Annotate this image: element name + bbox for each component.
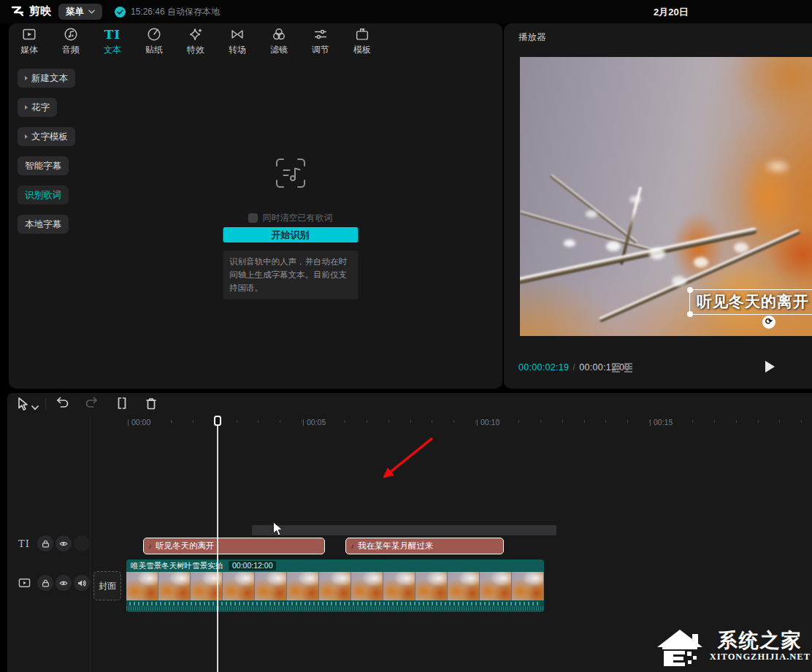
film-thumbnail <box>383 572 415 600</box>
video-clip-duration: 00:00:12:00 <box>229 561 276 570</box>
expand-arrow-icon <box>25 76 28 80</box>
video-preview[interactable]: 听见冬天的离开 ⟳ <box>520 57 812 336</box>
timeline-ruler[interactable]: 00:00 00:05 00:10 00:15 <box>7 415 812 431</box>
date-label: 2月20日 <box>654 6 689 19</box>
menu-label: 菜单 <box>66 6 84 18</box>
playhead-line <box>217 425 218 672</box>
select-tool-button[interactable] <box>16 397 31 411</box>
recognize-lyrics-panel: 同时清空已有歌词 开始识别 识别音轨中的人声，并自动在时间轴上生成字幕文本。目前… <box>78 58 502 389</box>
lock-track-icon[interactable] <box>37 575 53 591</box>
tab-audio[interactable]: 音频 <box>55 23 87 58</box>
tab-adjust[interactable]: 调节 <box>304 23 337 58</box>
tab-template[interactable]: 模板 <box>346 23 378 58</box>
app-window: 剪映 菜单 15:26:46 自动保存本地 2月20日 媒体 音频 TI <box>0 0 812 672</box>
app-name: 剪映 <box>29 4 51 18</box>
playhead-handle[interactable] <box>214 416 221 426</box>
tab-filter[interactable]: 滤镜 <box>263 23 295 58</box>
rotate-handle-icon[interactable]: ⟳ <box>762 316 775 329</box>
checkbox-icon[interactable] <box>248 213 258 223</box>
lock-track-icon[interactable] <box>37 535 53 551</box>
film-thumbnail <box>255 572 287 600</box>
sidebar-item-label: 本地字幕 <box>25 218 61 231</box>
tab-sticker[interactable]: 贴纸 <box>138 23 170 58</box>
lyric-clip-1[interactable]: ♪ 听见冬天的离开 <box>143 538 325 554</box>
video-track-header <box>7 573 90 592</box>
track-option-placeholder <box>74 535 90 551</box>
app-logo: 剪映 <box>10 4 51 18</box>
start-recognition-button[interactable]: 开始识别 <box>223 227 358 243</box>
cover-button[interactable]: 封面 <box>93 571 121 600</box>
film-thumbnail <box>223 572 255 600</box>
sidebar-item-new-text[interactable]: 新建文本 <box>18 69 75 88</box>
play-button[interactable] <box>765 361 775 373</box>
text-track-header: TI <box>7 534 90 553</box>
redo-button[interactable] <box>85 397 99 411</box>
checkbox-label: 同时清空已有歌词 <box>263 212 333 224</box>
menu-button[interactable]: 菜单 <box>58 4 102 20</box>
tab-label: 音频 <box>62 44 80 56</box>
snow-clumps <box>564 240 575 247</box>
video-clip[interactable]: 唯美雪景冬天树叶雪景实拍 00:00:12:00 <box>126 560 544 612</box>
toggle-visibility-icon[interactable] <box>55 575 72 591</box>
mute-audio-icon[interactable] <box>74 575 90 591</box>
delete-button[interactable] <box>145 397 159 411</box>
film-thumbnail <box>351 572 383 600</box>
chevron-down-icon <box>88 9 95 14</box>
tab-label: 文本 <box>104 44 121 56</box>
effects-icon <box>188 26 204 42</box>
text-sidebar: 新建文本 花字 文字模板 智能字幕 识别歌词 本地字幕 <box>9 58 78 389</box>
film-thumbnail <box>287 572 319 600</box>
sidebar-item-recognize-lyrics[interactable]: 识别歌词 <box>18 186 69 205</box>
film-thumbnail <box>448 572 480 600</box>
audio-icon <box>63 26 79 42</box>
film-thumbnail <box>158 572 191 600</box>
list-view-icon[interactable] <box>624 363 632 373</box>
ruler-label: 00:10 <box>477 418 499 427</box>
check-circle-icon <box>115 7 126 18</box>
sidebar-item-label: 文字模板 <box>31 131 68 143</box>
ruler-ticks <box>128 420 812 423</box>
subtitle-overlay[interactable]: 听见冬天的离开 <box>689 289 812 315</box>
lyric-note-icon: ♪ <box>351 542 354 550</box>
transition-icon <box>229 26 245 42</box>
sidebar-item-label: 花字 <box>31 102 50 114</box>
watermark-site-name: 系统之家 <box>718 630 803 652</box>
tab-media[interactable]: 媒体 <box>13 23 45 58</box>
player-title: 播放器 <box>518 31 546 44</box>
toolbar-divider <box>45 398 46 410</box>
tab-transition[interactable]: 转场 <box>221 23 253 58</box>
film-thumbnail <box>480 572 512 600</box>
sidebar-item-smart-subtitle[interactable]: 智能字幕 <box>18 156 69 175</box>
ruler-label: 00:15 <box>650 418 673 427</box>
sidebar-item-text-template[interactable]: 文字模板 <box>18 127 75 146</box>
lyric-clip-label: 听见冬天的离开 <box>156 541 215 551</box>
adjust-icon <box>313 26 329 42</box>
text-track-icon: TI <box>13 538 35 549</box>
ruler-label: 00:05 <box>303 418 326 427</box>
list-view-icon[interactable] <box>612 363 620 373</box>
sidebar-item-label: 新建文本 <box>31 72 68 85</box>
tab-label: 转场 <box>229 44 246 56</box>
undo-button[interactable] <box>55 397 70 411</box>
player-view-options <box>612 363 632 373</box>
tab-text[interactable]: TI 文本 <box>96 23 129 58</box>
sidebar-item-label: 识别歌词 <box>25 189 61 202</box>
tab-label: 滤镜 <box>270 44 288 56</box>
capcut-logo-icon <box>10 5 25 18</box>
audio-waveform <box>126 600 544 612</box>
split-clip-button[interactable] <box>115 397 130 411</box>
sidebar-item-fancy-text[interactable]: 花字 <box>18 98 57 117</box>
sidebar-item-label: 智能字幕 <box>25 160 61 172</box>
track-header-divider <box>90 415 91 672</box>
select-tool-chevron-icon[interactable] <box>31 400 46 415</box>
sidebar-item-local-subtitle[interactable]: 本地字幕 <box>18 215 69 234</box>
watermark-house-icon <box>656 625 704 668</box>
current-time: 00:00:02:19 <box>518 362 569 373</box>
film-thumbnail <box>512 572 544 600</box>
lyric-clip-2[interactable]: ♪ 我在某年某月醒过来 <box>345 538 504 554</box>
tab-effects[interactable]: 特效 <box>180 23 212 58</box>
filter-icon <box>271 26 287 42</box>
toggle-visibility-icon[interactable] <box>55 535 72 551</box>
clear-lyrics-option[interactable]: 同时清空已有歌词 <box>248 212 333 224</box>
sticker-icon <box>146 26 162 42</box>
